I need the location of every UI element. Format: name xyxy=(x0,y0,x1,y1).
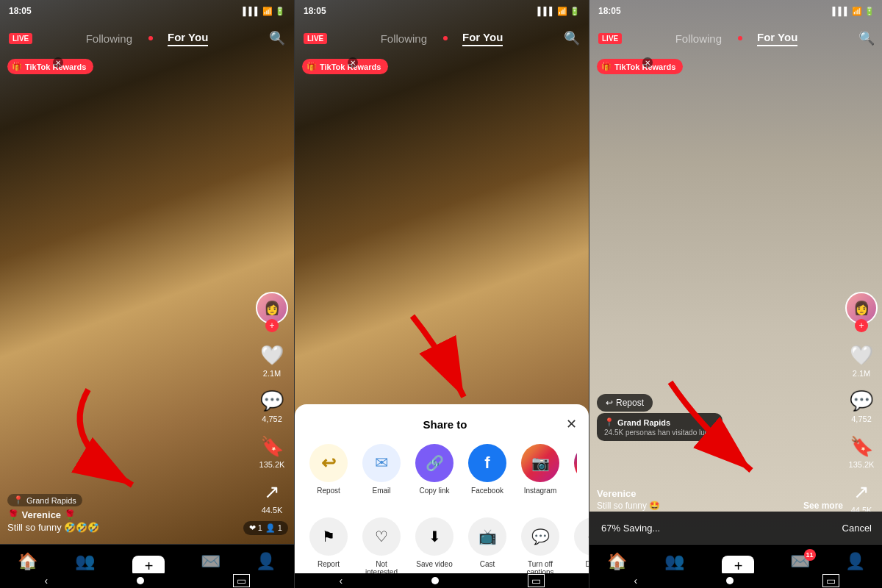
comment-icon-1[interactable]: 💬 xyxy=(260,390,284,412)
nav-tabs-3[interactable]: Following For You xyxy=(675,31,798,46)
bookmark-icon-3[interactable]: 🔖 xyxy=(850,435,873,458)
tab-foryou-3[interactable]: For You xyxy=(757,31,797,46)
friends-icon-1: 👥 xyxy=(75,552,95,571)
instagram-label: Instagram xyxy=(524,487,556,495)
video-info-1: 📍 Grand Rapids 🌹 Verenice 🌹 Still so fun… xyxy=(7,494,99,533)
recents-btn-3[interactable]: ▭ xyxy=(822,574,839,587)
system-nav-2: ‹ ▭ xyxy=(295,573,589,588)
status-time-3: 18:05 xyxy=(598,6,621,16)
like-item-3[interactable]: 🤍 2.1M xyxy=(850,344,873,378)
rewards-banner-1[interactable]: 🎁 TikTok Rewards xyxy=(7,59,93,74)
see-more-3[interactable]: See more xyxy=(803,501,843,511)
share-repost[interactable]: ↩ Repost xyxy=(306,444,351,503)
rewards-close-2[interactable]: ✕ xyxy=(348,57,358,68)
like-item-1[interactable]: 🤍 2.1M xyxy=(260,344,284,378)
share-instagram[interactable]: 📷 Instagram xyxy=(518,444,562,503)
facebook-label: Facebook xyxy=(471,487,503,495)
share-icons-row: ↩ Repost ✉ Email 🔗 Copy link f Facebook … xyxy=(306,444,577,503)
like-icon-3[interactable]: 🤍 xyxy=(850,344,873,367)
tab-following-1[interactable]: Following xyxy=(86,32,132,45)
like-count-3: 2.1M xyxy=(853,369,870,378)
bookmark-item-1[interactable]: 🔖 135.2K xyxy=(259,435,285,469)
share-icon-3[interactable]: ↗ xyxy=(853,481,870,503)
share-icon-1[interactable]: ↗ xyxy=(264,481,280,503)
nav-dot-1 xyxy=(148,36,153,40)
share-instagram-direct[interactable]: ✈ Instagram Direct xyxy=(571,444,577,503)
comment-item-1[interactable]: 💬 4,752 xyxy=(260,390,284,423)
search-icon-3[interactable]: 🔍 xyxy=(858,30,875,46)
saving-bar-3: 67% Saving... Cancel xyxy=(589,512,882,544)
tab-following-2[interactable]: Following xyxy=(381,32,427,45)
action-report[interactable]: ⚑ Report xyxy=(306,517,351,576)
status-time-2: 18:05 xyxy=(304,6,326,16)
like-count-1: 2.1M xyxy=(263,369,281,378)
phone-screen-3: 18:05 ▌▌▌ 📶 🔋 LIVE Following For You 🔍 ✕… xyxy=(589,0,882,588)
location-popup-name: 📍 Grand Rapids xyxy=(604,417,715,427)
right-sidebar-3: 👩 + 🤍 2.1M 💬 4,752 🔖 135.2K ↗ 44.5K xyxy=(845,292,878,514)
action-duet[interactable]: ⊙ Duet xyxy=(571,517,589,576)
tab-foryou-2[interactable]: For You xyxy=(462,31,503,46)
tab-foryou-1[interactable]: For You xyxy=(168,31,208,46)
action-not-interested[interactable]: ♡ Not interested xyxy=(359,517,404,576)
cancel-btn-3[interactable]: Cancel xyxy=(842,523,872,534)
home-btn-1[interactable] xyxy=(137,577,144,584)
location-tag-1[interactable]: 📍 Grand Rapids xyxy=(7,494,82,506)
follow-btn-3[interactable]: + xyxy=(855,319,868,332)
rewards-close-1[interactable]: ✕ xyxy=(53,57,63,68)
action-captions[interactable]: 💬 Turn off captions xyxy=(518,517,562,576)
facebook-icon: f xyxy=(468,444,506,482)
rewards-banner-3[interactable]: 🎁 TikTok Rewards xyxy=(597,59,683,74)
rewards-icon-3: 🎁 xyxy=(601,62,612,71)
share-email[interactable]: ✉ Email xyxy=(359,444,404,503)
username-3[interactable]: Verenice xyxy=(597,488,660,499)
copy-link-icon: 🔗 xyxy=(415,444,453,482)
username-1[interactable]: 🌹 Verenice 🌹 xyxy=(7,509,99,520)
live-badge-1: LIVE xyxy=(9,33,32,44)
report-icon: ⚑ xyxy=(309,517,348,556)
share-item-1[interactable]: ↗ 44.5K xyxy=(262,481,283,514)
back-btn-1[interactable]: ‹ xyxy=(44,575,48,587)
bookmark-icon-1[interactable]: 🔖 xyxy=(260,435,284,458)
copylink-label: Copy link xyxy=(419,487,449,495)
recents-btn-1[interactable]: ▭ xyxy=(233,574,250,587)
friends-icon-3: 👥 xyxy=(664,552,684,571)
avatar-item-3[interactable]: 👩 + xyxy=(845,292,878,332)
bookmark-count-1: 135.2K xyxy=(259,460,285,469)
rewards-close-3[interactable]: ✕ xyxy=(642,57,653,68)
share-item-3[interactable]: ↗ 44.5K xyxy=(851,481,872,514)
nav-tabs-1[interactable]: Following For You xyxy=(86,31,209,46)
share-copylink[interactable]: 🔗 Copy link xyxy=(412,444,456,503)
comment-item-3[interactable]: 💬 4,752 xyxy=(850,390,873,423)
repost-icon: ↩ xyxy=(309,444,348,482)
location-popup-subtitle: 24.5K personas han visitado lugar xyxy=(604,429,715,437)
bookmark-item-3[interactable]: 🔖 135.2K xyxy=(849,435,875,469)
avatar-item-1[interactable]: 👩 + xyxy=(256,292,288,332)
search-icon-2[interactable]: 🔍 xyxy=(564,30,580,46)
search-icon-1[interactable]: 🔍 xyxy=(269,30,285,46)
like-icon-1[interactable]: 🤍 xyxy=(260,344,284,367)
system-nav-3: ‹ ▭ xyxy=(589,573,882,588)
share-close-btn[interactable]: ✕ xyxy=(566,416,577,432)
back-btn-2[interactable]: ‹ xyxy=(339,575,343,587)
home-btn-3[interactable] xyxy=(726,577,734,584)
share-count-1: 44.5K xyxy=(262,506,283,514)
home-btn-2[interactable] xyxy=(431,577,439,584)
comment-icon-3[interactable]: 💬 xyxy=(850,390,873,412)
action-save-video[interactable]: ⬇ Save video xyxy=(412,517,456,576)
video-room-3 xyxy=(589,0,882,544)
home-icon-3: 🏠 xyxy=(607,552,627,571)
action-cast[interactable]: 📺 Cast xyxy=(465,517,509,576)
recents-btn-2[interactable]: ▭ xyxy=(528,574,545,587)
repost-btn-3[interactable]: ↩ Repost xyxy=(597,394,653,412)
rewards-banner-2[interactable]: 🎁 TikTok Rewards xyxy=(302,59,388,74)
instagram-icon: 📷 xyxy=(521,444,559,482)
nav-tabs-2[interactable]: Following For You xyxy=(381,31,503,46)
comment-count-1: 4,752 xyxy=(262,415,282,423)
share-facebook[interactable]: f Facebook xyxy=(465,444,509,503)
location-popup-3[interactable]: 📍 Grand Rapids 24.5K personas han visita… xyxy=(597,413,723,441)
video-info-3: Verenice Still so funny 🤩 xyxy=(597,488,660,511)
back-btn-3[interactable]: ‹ xyxy=(634,575,637,587)
status-bar-3: 18:05 ▌▌▌ 📶 🔋 xyxy=(589,0,882,22)
tab-following-3[interactable]: Following xyxy=(675,32,722,45)
follow-btn-1[interactable]: + xyxy=(265,319,279,332)
